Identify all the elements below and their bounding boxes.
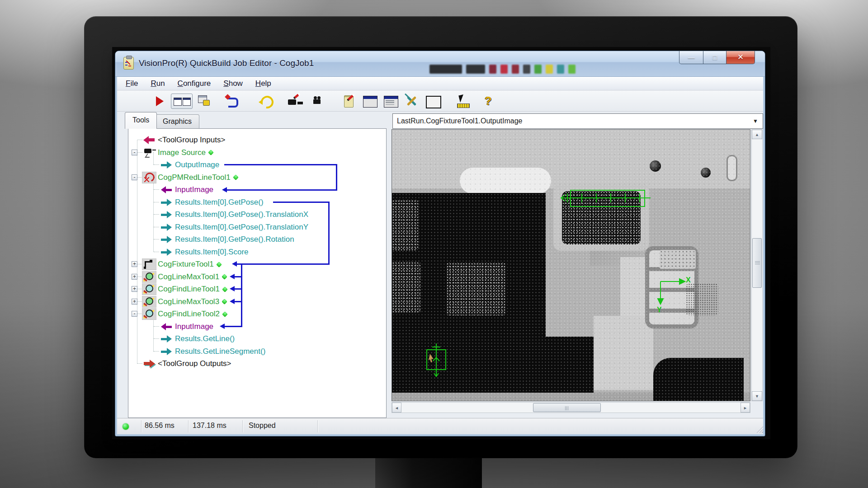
link-wire [235,288,242,290]
expander-collapse-box[interactable]: - [132,311,137,317]
maximize-button[interactable]: □ [703,51,726,64]
menu-item-help[interactable]: Help [255,79,271,88]
tree-item-results-getlinesegment[interactable]: Results.GetLineSegment() [128,345,386,358]
image-light-region [594,316,653,390]
tree-item-label: Results.Item[0].Score [175,248,249,257]
tree-item-label: Results.Item[0].GetPose().Rotation [175,235,294,244]
menu-item-show[interactable]: Show [223,79,243,88]
fixture-icon [142,259,156,270]
scroll-right-button[interactable]: ► [741,403,750,413]
link-wire [224,164,337,165]
tree-item-image-source[interactable]: -Image Source [128,146,386,159]
tool-tree[interactable]: <ToolGroup Inputs>-Image SourceOutputIma… [128,128,387,418]
horizontal-scrollbar[interactable]: ◄ ► [392,402,750,413]
run-status-dot [208,150,214,155]
reset-job-button[interactable] [225,94,240,108]
help-button[interactable]: ? [481,94,496,108]
run-status-dot [216,262,222,267]
expander-expand-box[interactable]: + [132,261,137,267]
link-wire [235,276,242,277]
tree-item-label: Image Source [158,148,206,157]
expander-collapse-box[interactable]: - [132,174,137,180]
image-white-blob [460,168,551,194]
minimize-button[interactable]: — [679,51,703,64]
window-title: VisionPro(R) QuickBuild Job Editor - Cog… [139,51,314,75]
tree-item-results-getline[interactable]: Results.GetLine() [128,333,386,345]
tree-item-label: Results.GetLineSegment() [175,347,265,356]
run-job-button[interactable] [152,94,167,108]
linemax-icon [142,272,156,282]
expander-expand-box[interactable]: + [132,299,137,305]
acquire-image-button[interactable] [311,94,326,108]
title-bar[interactable]: VisionPro(R) QuickBuild Job Editor - Cog… [115,51,765,77]
job-comments-button[interactable] [383,94,398,108]
acquisition-time-status: 86.56 ms [145,422,175,430]
dotted-pad [660,250,696,269]
tree-item-cogpmredlinetool1[interactable]: -CogPMRedLineTool1 [128,171,386,184]
menu-item-run[interactable]: Run [151,79,165,88]
display-image-selector[interactable]: LastRun.CogFixtureTool1.OutputImage ▼ [392,113,763,129]
options-button[interactable] [404,94,419,108]
pmalign-icon [142,172,156,183]
tree-item-results-item-0-getpose[interactable]: Results.Item[0].GetPose() [128,196,386,209]
scroll-left-button[interactable]: ◄ [392,403,401,413]
debug-window-button[interactable]: DBG [425,94,440,108]
tree-item-label: Results.Item[0].GetPose().TranslationY [175,223,308,232]
vertical-scrollbar[interactable]: ▲ ▼ [751,129,763,401]
tree-item-inputimage[interactable]: InputImage [128,320,386,333]
tab-tools[interactable]: Tools [125,112,157,129]
group-in-icon [142,135,156,145]
tree-item-coglinemaxtool1[interactable]: +CogLineMaxTool1 [128,271,386,283]
monitor-bezel: VisionPro(R) QuickBuild Job Editor - Cog… [84,16,797,458]
monitor-stand [375,456,482,488]
show-image-panes-button[interactable] [171,94,193,109]
tree-item-results-item-0-score[interactable]: Results.Item[0].Score [128,246,386,258]
edit-job-button[interactable] [342,94,357,108]
inspection-image-view[interactable]: X Y [392,129,750,401]
link-wire [225,326,242,327]
close-button[interactable]: ✕ [726,51,755,64]
window-resize-grip[interactable] [756,426,763,433]
foam-pad [446,263,506,315]
tree-item-toolgroup-outputs[interactable]: <ToolGroup Outputs> [128,357,386,370]
menu-item-file[interactable]: File [126,79,138,88]
scroll-down-button[interactable]: ▼ [752,391,762,401]
expander-expand-box[interactable]: + [132,274,137,280]
port-out-icon [160,222,173,233]
run-state-status: Stopped [249,422,276,430]
pointer-measure-button[interactable] [455,94,471,108]
image-top-band [392,130,750,188]
lock-windows-button[interactable] [196,94,212,108]
link-arrowhead [232,261,237,267]
tab-graphics[interactable]: Graphics [155,114,199,128]
expander-collapse-box[interactable]: - [132,150,137,155]
posted-items-button[interactable]: 123 [362,94,377,108]
tree-item-coglinemaxtool3[interactable]: +CogLineMaxTool3 [128,296,386,308]
tree-item-results-item-0-getpose-translationy[interactable]: Results.Item[0].GetPose().TranslationY [128,221,386,234]
foam-pad [562,191,641,244]
expander-expand-box[interactable]: + [132,286,137,292]
tree-item-toolgroup-inputs[interactable]: <ToolGroup Inputs> [128,134,386,146]
group-out-icon [142,358,156,369]
port-out-icon [160,160,173,170]
tree-item-label: <ToolGroup Inputs> [158,136,225,145]
linemax-icon [142,296,156,307]
app-window: VisionPro(R) QuickBuild Job Editor - Cog… [115,51,765,436]
run-continuous-button[interactable] [258,94,274,108]
image-black-region [392,337,594,394]
camera-icon [142,147,156,158]
tree-item-results-item-0-getpose-rotation[interactable]: Results.Item[0].GetPose().Rotation [128,233,386,246]
scroll-up-button[interactable]: ▲ [752,130,762,139]
horizontal-scroll-thumb[interactable] [533,403,601,412]
menu-item-configure[interactable]: Configure [178,79,211,88]
tree-item-cogfindlinetool2[interactable]: -CogFindLineTool2 [128,308,386,320]
aero-glass-reflection [429,65,576,74]
chevron-down-icon[interactable]: ▼ [751,114,760,128]
tree-item-label: CogLineMaxTool1 [158,272,219,282]
app-clipboard-icon [123,57,134,70]
tree-item-results-item-0-getpose-translationx[interactable]: Results.Item[0].GetPose().TranslationX [128,208,386,221]
link-wire [241,264,242,327]
tree-item-cogfindlinetool1[interactable]: +CogFindLineTool1 [128,283,386,296]
setup-image-source-button[interactable] [287,94,302,108]
vertical-scroll-thumb[interactable] [752,238,762,288]
